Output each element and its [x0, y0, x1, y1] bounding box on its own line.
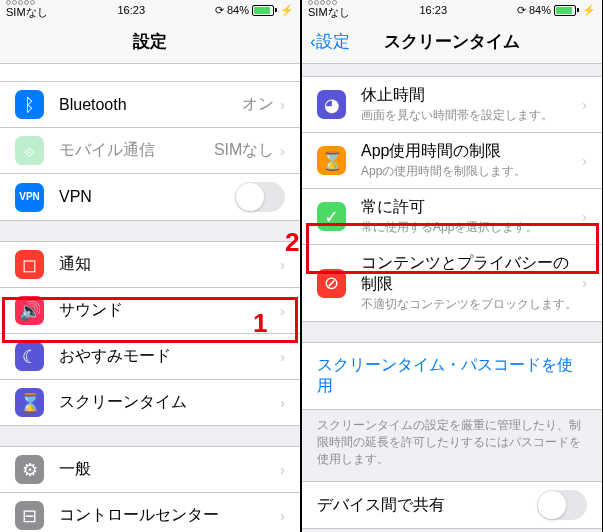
cell-bluetooth[interactable]: ᛒ Bluetooth オン› — [0, 82, 300, 128]
chevron-icon: › — [582, 209, 587, 225]
passcode-link[interactable]: スクリーンタイム・パスコードを使用 — [302, 342, 602, 410]
bluetooth-icon: ᛒ — [15, 90, 44, 119]
cell-screentime[interactable]: ⌛ スクリーンタイム › — [0, 380, 300, 426]
screentime-screen: SIMなし 16:23 ⟳ 84%⚡ ‹ 設定 スクリーンタイム ◕ 休止時間画… — [302, 0, 602, 532]
chevron-icon: › — [280, 257, 285, 273]
status-bar: SIMなし 16:23 ⟳ 84%⚡ — [302, 0, 602, 20]
passcode-footer: スクリーンタイムの設定を厳重に管理したり、制限時間の延長を許可したりするにはパス… — [302, 410, 602, 481]
settings-screen: SIMなし 16:23 ⟳ 84%⚡ 設定 ᛒ Bluetooth オン› ⟐ … — [0, 0, 300, 532]
share-toggle[interactable] — [537, 490, 587, 520]
chevron-icon: › — [280, 303, 285, 319]
switches-icon: ⊟ — [15, 501, 44, 530]
chevron-icon: › — [280, 97, 285, 113]
vpn-icon: VPN — [15, 183, 44, 212]
cell-dnd[interactable]: ☾ おやすみモード › — [0, 334, 300, 380]
chevron-icon: › — [280, 395, 285, 411]
chevron-icon: › — [582, 97, 587, 113]
cell-app-limits[interactable]: ⌛ App使用時間の制限Appの使用時間を制限します。 › — [302, 133, 602, 189]
cell-downtime[interactable]: ◕ 休止時間画面を見ない時間帯を設定します。 › — [302, 76, 602, 133]
chevron-icon: › — [280, 508, 285, 524]
chevron-icon: › — [280, 143, 285, 159]
back-button[interactable]: ‹ 設定 — [302, 30, 350, 53]
navbar: 設定 — [0, 20, 300, 64]
badge-1: 1 — [253, 308, 267, 339]
gear-icon: ⚙ — [15, 455, 44, 484]
hourglass-icon: ⌛ — [317, 146, 346, 175]
screentime-list[interactable]: ◕ 休止時間画面を見ない時間帯を設定します。 › ⌛ App使用時間の制限App… — [302, 64, 602, 532]
sound-icon: 🔊 — [15, 296, 44, 325]
hourglass-icon: ⌛ — [15, 388, 44, 417]
check-icon: ✓ — [317, 202, 346, 231]
chevron-icon: › — [582, 275, 587, 291]
chevron-icon: › — [582, 153, 587, 169]
navbar: ‹ 設定 スクリーンタイム — [302, 20, 602, 64]
cell-content-privacy[interactable]: ⊘ コンテンツとプライバシーの制限不適切なコンテンツをブロックします。 › — [302, 245, 602, 322]
cell-general[interactable]: ⚙ 一般 › — [0, 446, 300, 493]
cell-share[interactable]: デバイス間で共有 — [302, 481, 602, 529]
cell-control-center[interactable]: ⊟ コントロールセンター › — [0, 493, 300, 532]
badge-2: 2 — [285, 227, 299, 258]
chevron-icon: › — [280, 349, 285, 365]
chevron-icon: › — [280, 462, 285, 478]
status-time: 16:23 — [118, 4, 146, 16]
moon-icon: ☾ — [15, 342, 44, 371]
cell-cellular[interactable]: ⟐ モバイル通信 SIMなし› — [0, 128, 300, 174]
page-title: 設定 — [0, 30, 300, 53]
cell-vpn[interactable]: VPN VPN — [0, 174, 300, 221]
cell-always-allowed[interactable]: ✓ 常に許可常に使用するAppを選択します。 › — [302, 189, 602, 245]
notifications-icon: ◻ — [15, 250, 44, 279]
vpn-toggle[interactable] — [235, 182, 285, 212]
settings-list[interactable]: ᛒ Bluetooth オン› ⟐ モバイル通信 SIMなし› VPN VPN … — [0, 64, 300, 532]
cell-notifications[interactable]: ◻ 通知 › — [0, 241, 300, 288]
antenna-icon: ⟐ — [15, 136, 44, 165]
status-bar: SIMなし 16:23 ⟳ 84%⚡ — [0, 0, 300, 20]
clock-icon: ◕ — [317, 90, 346, 119]
no-entry-icon: ⊘ — [317, 269, 346, 298]
status-time: 16:23 — [420, 4, 448, 16]
